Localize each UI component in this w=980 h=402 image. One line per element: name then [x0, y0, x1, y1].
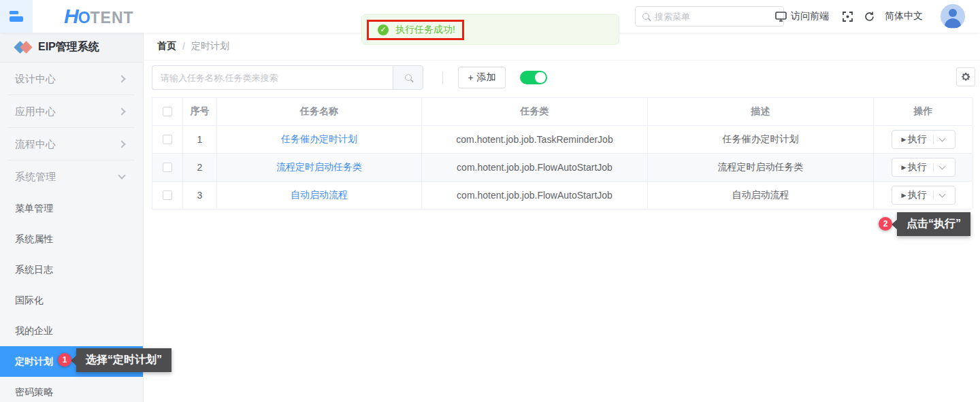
execute-button-label: 执行	[907, 161, 926, 173]
chevron-down-icon	[118, 171, 125, 179]
task-search	[152, 65, 423, 90]
task-name-link[interactable]: 自动启动流程	[291, 189, 348, 201]
app-logo: H O TENT	[64, 5, 134, 28]
chevron-down-icon[interactable]	[939, 191, 946, 198]
task-search-button[interactable]	[393, 65, 423, 90]
logo-letter-h: H	[64, 5, 78, 28]
scheduled-jobs-table: 序号 任务名称 任务类 描述 操作 1 任务催办定时计划 com.hotent.…	[152, 97, 973, 210]
sidebar-item-system-properties[interactable]: 系统属性	[0, 224, 143, 254]
sidebar-group-app-center[interactable]: 应用中心	[0, 95, 143, 128]
menu-search-input[interactable]	[655, 12, 777, 22]
column-header-name: 任务名称	[217, 98, 422, 125]
row-index: 3	[183, 182, 217, 209]
task-search-input[interactable]	[152, 65, 393, 90]
row-index: 1	[183, 126, 217, 153]
column-header-actions: 操作	[874, 98, 973, 125]
step-1-tooltip: 选择“定时计划”	[76, 348, 172, 372]
sidebar-group-label: 应用中心	[15, 105, 56, 118]
column-header-job-class: 任务类	[422, 98, 648, 125]
play-icon: ▶	[902, 164, 906, 171]
play-icon: ▶	[902, 136, 906, 143]
visit-frontend-link[interactable]: 访问前端	[775, 10, 829, 22]
sidebar-item-label: 密码策略	[15, 386, 53, 399]
step-2-tooltip: 点击“执行”	[897, 212, 970, 236]
button-divider	[933, 135, 934, 144]
button-divider	[933, 163, 934, 172]
play-icon: ▶	[902, 192, 906, 199]
button-divider	[933, 190, 934, 200]
sidebar-group-label: 系统管理	[15, 171, 56, 184]
monitor-icon	[775, 11, 787, 22]
sidebar-item-password-policy[interactable]: 密码策略	[0, 377, 143, 402]
breadcrumb-current: 定时计划	[191, 40, 229, 52]
search-icon	[405, 74, 412, 81]
row-index: 2	[183, 154, 217, 181]
sidebar-group-system-management[interactable]: 系统管理	[0, 161, 143, 193]
sidebar-item-system-logs[interactable]: 系统日志	[0, 254, 143, 285]
filter-toggle-switch[interactable]	[520, 71, 547, 84]
step-1-badge: 1	[58, 353, 71, 367]
menu-icon	[10, 16, 23, 22]
sidebar-item-label: 系统属性	[15, 233, 53, 246]
sidebar-header: EIP管理系统	[0, 33, 143, 63]
annotation-highlight-rect	[367, 20, 464, 40]
menu-search[interactable]	[635, 6, 784, 27]
visit-frontend-label: 访问前端	[791, 10, 829, 22]
execute-button[interactable]: ▶ 执行	[892, 158, 956, 177]
language-switch[interactable]: 简体中文	[885, 10, 923, 22]
table-settings-button[interactable]	[956, 67, 975, 86]
fullscreen-icon[interactable]	[842, 11, 853, 22]
breadcrumb-home[interactable]: 首页	[157, 40, 176, 52]
task-name-link[interactable]: 流程定时启动任务类	[276, 161, 362, 173]
plus-icon: +	[468, 72, 473, 83]
sidebar-item-label: 菜单管理	[15, 203, 53, 215]
job-class-cell: com.hotent.job.job.TaskReminderJob	[422, 126, 648, 153]
breadcrumb-separator: /	[182, 41, 185, 52]
table-row: 1 任务催办定时计划 com.hotent.job.job.TaskRemind…	[152, 126, 973, 154]
sidebar-item-label: 定时计划	[15, 356, 53, 368]
user-avatar[interactable]	[941, 4, 965, 29]
description-cell: 流程定时启动任务类	[648, 154, 874, 181]
sidebar-collapse-button[interactable]	[0, 0, 33, 33]
row-checkbox[interactable]	[163, 190, 172, 200]
column-header-index: 序号	[183, 98, 217, 125]
row-checkbox[interactable]	[163, 135, 172, 144]
job-class-cell: com.hotent.job.job.FlowAutoStartJob	[422, 182, 648, 209]
search-icon	[642, 13, 649, 20]
header-checkbox-cell	[152, 98, 183, 125]
sidebar-group-label: 流程中心	[15, 138, 56, 151]
logo-letter-o: O	[78, 9, 91, 27]
add-button-label: 添加	[477, 71, 496, 84]
chevron-right-icon	[118, 107, 125, 115]
sidebar-group-design-center[interactable]: 设计中心	[0, 63, 143, 95]
add-task-button[interactable]: + 添加	[458, 67, 506, 88]
sidebar-group-label: 设计中心	[15, 73, 56, 86]
chevron-down-icon[interactable]	[939, 163, 946, 170]
execute-button[interactable]: ▶ 执行	[892, 186, 956, 205]
refresh-icon[interactable]	[864, 11, 875, 22]
sidebar-item-my-enterprise[interactable]: 我的企业	[0, 316, 143, 346]
sidebar-group-flow-center[interactable]: 流程中心	[0, 128, 143, 161]
sidebar: EIP管理系统 设计中心 应用中心 流程中心 系统管理 菜单管理 系统属性 系统…	[0, 33, 144, 402]
select-all-checkbox[interactable]	[163, 107, 172, 116]
execute-button[interactable]: ▶ 执行	[892, 130, 956, 149]
menu-icon	[10, 11, 18, 14]
main-content: 首页 / 定时计划 + 添加 序号 任务名称 任务类 描述 操作	[144, 33, 980, 402]
execute-button-label: 执行	[907, 133, 926, 146]
sidebar-item-menu-management[interactable]: 菜单管理	[0, 193, 143, 224]
avatar-person-icon	[945, 18, 961, 28]
sidebar-item-internationalization[interactable]: 国际化	[0, 285, 143, 316]
job-class-cell: com.hotent.job.job.FlowAutoStartJob	[422, 154, 648, 181]
description-cell: 任务催办定时计划	[648, 126, 874, 153]
row-checkbox-cell	[152, 126, 183, 153]
row-checkbox[interactable]	[163, 163, 172, 172]
gear-icon	[960, 71, 971, 82]
column-header-description: 描述	[648, 98, 874, 125]
task-name-link[interactable]: 任务催办定时计划	[281, 133, 357, 146]
chevron-down-icon[interactable]	[939, 135, 946, 142]
row-checkbox-cell	[152, 154, 183, 181]
avatar-person-icon	[949, 9, 957, 17]
table-header-row: 序号 任务名称 任务类 描述 操作	[152, 98, 973, 126]
step-2-badge: 2	[879, 217, 892, 231]
toolbar-divider	[442, 71, 443, 84]
